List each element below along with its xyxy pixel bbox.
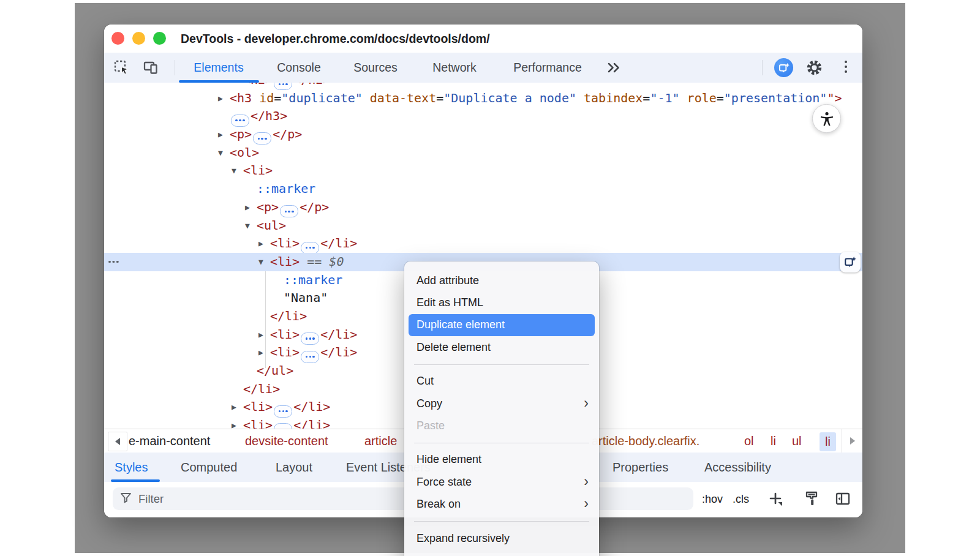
collapse-arrow-icon[interactable]: ▼ <box>245 217 250 235</box>
menu-item-delete-element[interactable]: Delete element <box>404 336 599 358</box>
syntax-token: <li> <box>270 236 300 250</box>
inline-expand-ellipsis-button[interactable] <box>231 115 249 127</box>
tab-elements[interactable]: Elements <box>194 53 243 83</box>
expand-arrow-icon[interactable]: ▶ <box>218 89 223 108</box>
chevron-right-icon <box>850 437 855 445</box>
collapse-arrow-icon[interactable]: ▼ <box>232 162 236 180</box>
syntax-token: = <box>717 91 724 105</box>
collapse-arrow-icon[interactable]: ▼ <box>258 253 263 271</box>
syntax-token: <li> <box>270 345 300 359</box>
inline-expand-ellipsis-button[interactable] <box>301 332 319 345</box>
inline-expand-ellipsis-button[interactable] <box>274 423 292 429</box>
syntax-token: <li> <box>270 254 300 269</box>
breadcrumb-item-ol[interactable]: ol <box>744 429 754 453</box>
syntax-token: id <box>259 91 274 105</box>
settings-gear-icon[interactable] <box>805 59 823 79</box>
menu-item-copy[interactable]: Copy› <box>404 393 599 415</box>
inline-expand-ellipsis-button[interactable] <box>274 405 292 418</box>
menu-item-hide-element[interactable]: Hide element <box>404 449 599 471</box>
breadcrumb-scroll-right-button[interactable] <box>842 429 862 453</box>
inline-expand-ellipsis-button[interactable] <box>280 205 298 217</box>
dom-node[interactable]: </h3> <box>104 107 862 126</box>
syntax-token: </p> <box>273 127 302 141</box>
dom-node[interactable]: ▶<li></li> <box>104 235 862 253</box>
dom-node[interactable]: ▶<p></p> <box>104 126 862 144</box>
menu-item-edit-as-html[interactable]: Edit as HTML <box>404 291 599 314</box>
node-overflow-dots-icon[interactable] <box>108 261 111 263</box>
sidebar-tab-computed[interactable]: Computed <box>181 453 237 482</box>
expand-arrow-icon[interactable]: ▶ <box>258 326 263 344</box>
toggle-element-classes-button[interactable]: .cls <box>733 482 749 516</box>
dom-node[interactable]: ::marker <box>104 180 862 198</box>
dom-node[interactable]: ▶<p></p> <box>104 198 862 217</box>
toolbar-separator <box>762 60 763 75</box>
menu-item-paste: Paste <box>404 415 599 437</box>
inspect-cursor-icon[interactable] <box>113 59 130 78</box>
breadcrumb-item-li[interactable]: li <box>771 429 776 453</box>
menu-item-add-attribute[interactable]: Add attribute <box>404 269 599 291</box>
dock-panel-icon[interactable] <box>835 491 851 509</box>
more-tabs-chevron-icon[interactable] <box>606 61 622 77</box>
context-menu: Add attributeEdit as HTMLDuplicate eleme… <box>404 261 599 556</box>
breadcrumb-item-article-body-clearfix[interactable]: article-body.clearfix. <box>592 429 699 453</box>
accessibility-person-icon[interactable] <box>812 104 841 133</box>
expand-arrow-icon[interactable]: ▶ <box>245 198 250 217</box>
close-window-button[interactable] <box>111 32 124 45</box>
inline-expand-ellipsis-button[interactable] <box>301 351 319 363</box>
breadcrumb-item-ul[interactable]: ul <box>792 429 802 453</box>
syntax-token: </h2> <box>293 83 330 87</box>
sidebar-tab-styles[interactable]: Styles <box>115 453 148 482</box>
filter-input[interactable] <box>137 492 323 506</box>
minimize-window-button[interactable] <box>132 32 145 45</box>
breadcrumb-item-li[interactable]: li <box>820 432 836 451</box>
ai-assistant-button[interactable] <box>774 58 793 77</box>
submenu-arrow-icon: › <box>584 396 589 410</box>
breadcrumb-item-article[interactable]: article <box>364 429 397 453</box>
menu-item-force-state[interactable]: Force state› <box>404 471 599 493</box>
dom-node[interactable]: ▼<li> <box>104 162 862 180</box>
syntax-token: <p> <box>257 200 279 214</box>
syntax-token: </li> <box>243 381 280 396</box>
menu-item-collapse-children[interactable]: Collapse children <box>404 549 599 556</box>
dom-node[interactable]: <h2></h2> <box>104 83 862 89</box>
menu-separator <box>414 443 589 443</box>
format-paint-icon[interactable] <box>804 490 821 510</box>
dom-node[interactable]: ▼<ol> <box>104 144 862 162</box>
zoom-window-button[interactable] <box>153 32 166 45</box>
menu-item-label: Expand recursively <box>417 532 510 545</box>
tab-performance[interactable]: Performance <box>513 53 582 83</box>
menu-item-duplicate-element[interactable]: Duplicate element <box>409 314 595 336</box>
expand-arrow-icon[interactable]: ▶ <box>232 398 236 416</box>
tab-network[interactable]: Network <box>432 53 477 83</box>
toggle-hover-state-button[interactable]: :hov <box>702 482 723 516</box>
device-toolbar-icon[interactable] <box>143 59 160 78</box>
expand-arrow-icon[interactable]: ▶ <box>258 235 263 253</box>
sidebar-tab-properties[interactable]: Properties <box>612 453 668 482</box>
expand-arrow-icon[interactable]: ▶ <box>218 126 223 144</box>
expand-arrow-icon[interactable]: ▶ <box>258 344 263 362</box>
dom-node[interactable]: ▶<h3 id="duplicate" data-text="Duplicate… <box>104 89 862 108</box>
breadcrumb-item-e-main-content[interactable]: e-main-content <box>129 429 210 453</box>
sidebar-tab-layout[interactable]: Layout <box>276 453 312 482</box>
menu-item-expand-recursively[interactable]: Expand recursively <box>404 527 599 549</box>
kebab-menu-icon[interactable] <box>842 61 850 73</box>
breadcrumb-item-devsite-content[interactable]: devsite-content <box>245 429 328 453</box>
menu-item-cut[interactable]: Cut <box>404 370 599 393</box>
menu-item-label: Paste <box>417 419 445 432</box>
menu-item-break-on[interactable]: Break on› <box>404 494 599 516</box>
breadcrumb-scroll-left-button[interactable] <box>108 432 127 451</box>
menu-item-label: Duplicate element <box>417 318 505 331</box>
collapse-arrow-icon[interactable]: ▼ <box>218 144 223 162</box>
expand-arrow-icon[interactable]: ▶ <box>232 416 236 429</box>
filter-field[interactable] <box>113 487 693 510</box>
inline-expand-ellipsis-button[interactable] <box>301 242 319 254</box>
dom-node[interactable]: ▼<ul> <box>104 217 862 235</box>
inline-expand-ellipsis-button[interactable] <box>253 132 271 145</box>
tab-console[interactable]: Console <box>277 53 321 83</box>
sidebar-tab-accessibility[interactable]: Accessibility <box>704 453 771 482</box>
ask-ai-icon[interactable] <box>840 252 861 272</box>
tab-sources[interactable]: Sources <box>353 53 398 83</box>
new-style-rule-plus-icon[interactable] <box>769 492 785 510</box>
syntax-token: "presentation" <box>724 91 827 105</box>
syntax-token: </li> <box>270 309 307 323</box>
